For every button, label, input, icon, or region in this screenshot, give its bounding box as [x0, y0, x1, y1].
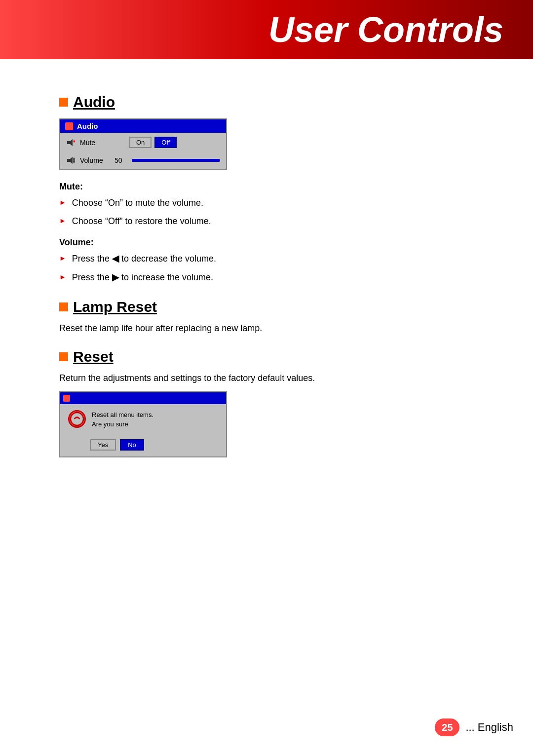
audio-titlebar-icon: [65, 122, 73, 130]
page-number-badge: 25: [435, 718, 459, 736]
heading-marker-lamp-icon: [59, 302, 68, 311]
mute-on-button[interactable]: On: [129, 137, 152, 148]
reset-yes-button[interactable]: Yes: [90, 439, 116, 451]
volume-value: 50: [114, 156, 127, 164]
volume-bullet-text-1: Press the ◀ to decrease the volume.: [72, 253, 216, 265]
volume-row: Volume 50: [60, 152, 226, 169]
reset-dialog-icon: [68, 410, 86, 428]
reset-dialog-text: Reset all menu items. Are you sure: [92, 410, 153, 429]
mute-row: Mute On Off: [60, 133, 226, 152]
audio-menu-titlebar: Audio: [60, 119, 226, 133]
reset-titlebar: [60, 392, 226, 404]
page-language: ... English: [465, 721, 513, 734]
reset-body: Reset all menu items. Are you sure: [60, 404, 226, 435]
mute-bullet-text-2: Choose “Off” to restore the volume.: [72, 215, 211, 227]
volume-description-label: Volume:: [59, 237, 474, 248]
reset-no-button[interactable]: No: [120, 439, 144, 451]
reset-dialog-line2: Are you sure: [92, 419, 153, 429]
mute-bullet-1: ► Choose “On” to mute the volume.: [59, 197, 474, 209]
lamp-reset-description: Reset the lamp life hour after replacing…: [59, 323, 474, 334]
mute-description-label: Mute:: [59, 182, 474, 192]
footer: 25 ... English: [435, 718, 513, 736]
mute-btn-group: On Off: [129, 137, 177, 148]
volume-label: Volume: [80, 156, 110, 164]
reset-btn-row: Yes No: [60, 435, 226, 456]
mute-label: Mute: [80, 139, 110, 147]
volume-slider-fill: [132, 159, 172, 162]
svg-marker-0: [67, 139, 73, 146]
heading-marker-reset-icon: [59, 352, 68, 361]
audio-menu-title: Audio: [77, 122, 98, 130]
mute-bullet-text-1: Choose “On” to mute the volume.: [72, 197, 203, 209]
svg-point-4: [71, 413, 83, 425]
mute-bullet-2: ► Choose “Off” to restore the volume.: [59, 215, 474, 227]
bullet-arrow-icon-4: ►: [59, 273, 66, 281]
bullet-arrow-icon-2: ►: [59, 217, 66, 225]
audio-menu-box: Audio Mute On Off: [59, 118, 227, 170]
reset-section-heading: Reset: [59, 348, 474, 365]
main-content: Audio Audio Mute On Off: [0, 59, 533, 497]
svg-marker-3: [67, 157, 73, 164]
reset-dialog-line1: Reset all menu items.: [92, 410, 153, 420]
bullet-arrow-icon-3: ►: [59, 254, 66, 262]
reset-titlebar-icon: [63, 395, 70, 402]
heading-marker-icon: [59, 98, 68, 107]
bullet-arrow-icon-1: ►: [59, 198, 66, 206]
mute-icon: [66, 138, 75, 147]
page-title: User Controls: [268, 9, 503, 50]
lamp-reset-section-heading: Lamp Reset: [59, 299, 474, 315]
volume-bullet-2: ► Press the ▶ to increase the volume.: [59, 271, 474, 284]
volume-bullet-1: ► Press the ◀ to decrease the volume.: [59, 253, 474, 265]
reset-dialog-box: Reset all menu items. Are you sure Yes N…: [59, 391, 227, 457]
volume-bullet-text-2: Press the ▶ to increase the volume.: [72, 271, 213, 284]
volume-slider[interactable]: [132, 159, 220, 162]
audio-section-heading: Audio: [59, 94, 474, 111]
mute-off-button[interactable]: Off: [154, 137, 177, 148]
volume-icon: [66, 156, 75, 165]
page-header: User Controls: [0, 0, 533, 59]
reset-description: Return the adjustments and settings to t…: [59, 373, 474, 383]
